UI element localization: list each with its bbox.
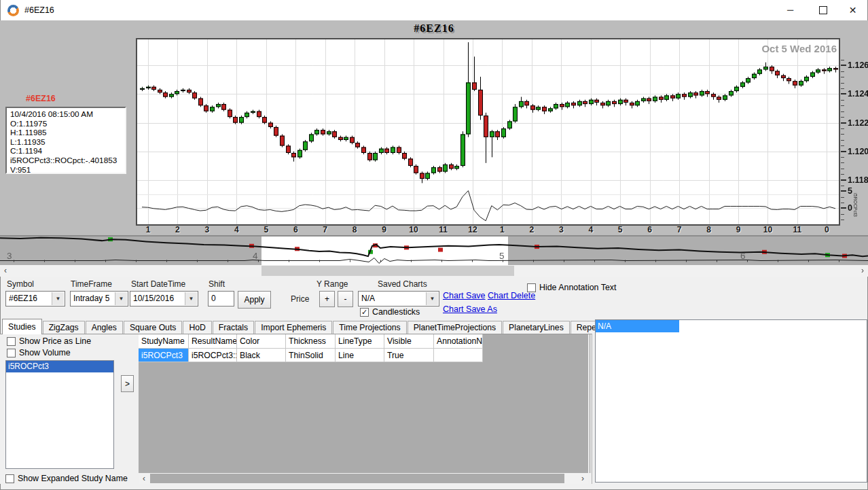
grid-header-visible[interactable]: Visible — [384, 334, 434, 349]
tab-planetarylines[interactable]: PlanetaryLines — [503, 321, 570, 334]
y-tick-label: 1.124 — [848, 88, 868, 99]
y-axis-minor-ticks — [841, 60, 844, 220]
tab-time-projections[interactable]: Time Projections — [333, 321, 406, 334]
navigator-scrollbar[interactable]: ‹ › — [0, 265, 868, 277]
tab-fractals[interactable]: Fractals — [213, 321, 254, 334]
tab-import-ephemeris[interactable]: Import Ephemeris — [255, 321, 332, 334]
chevron-down-icon[interactable]: ▼ — [115, 292, 127, 305]
symbol-value: #6EZ16 — [9, 294, 37, 303]
scroll-right-icon[interactable]: › — [857, 265, 868, 277]
grid-header-resultname[interactable]: ResultName — [189, 334, 237, 349]
x-tick-label: 11 — [791, 225, 804, 234]
x-tick-label: 3 — [554, 225, 568, 234]
x-tick-label: 10 — [407, 225, 420, 234]
grid-cell[interactable]: ThinSolid — [286, 349, 336, 362]
close-button[interactable]: ✕ — [837, 0, 868, 20]
study-listbox[interactable]: i5ROCPct3 — [5, 360, 114, 469]
shift-input[interactable]: 0 — [208, 291, 234, 307]
timeframe-label: TimeFrame — [71, 279, 112, 289]
scroll-left-icon[interactable]: ‹ — [0, 265, 11, 277]
grid-cell[interactable]: i5ROCPct3::ROCp — [189, 349, 237, 362]
minimize-button[interactable]: ─ — [775, 0, 806, 20]
y-tick-label: 1.122 — [848, 118, 868, 128]
grid-cell[interactable] — [434, 349, 483, 362]
grid-cell[interactable]: i5ROCPct3 — [139, 349, 189, 362]
candlesticks-checkbox[interactable]: ✓ Candlesticks — [360, 307, 420, 317]
navigator-canvas — [0, 235, 868, 265]
study-list-item[interactable]: i5ROCPct3 — [6, 361, 113, 372]
osc-tick-label: 0 — [848, 203, 868, 213]
navigator-scroll-thumb[interactable] — [261, 266, 514, 276]
annotation-list-item[interactable]: N/A — [596, 320, 679, 332]
maximize-button[interactable] — [808, 0, 838, 20]
grid-header-studyname[interactable]: StudyName — [139, 334, 189, 349]
chart-navigator[interactable] — [0, 235, 868, 265]
tab-square-outs[interactable]: Square Outs — [124, 321, 182, 334]
grid-header-thickness[interactable]: Thickness — [286, 334, 336, 349]
scroll-left-icon[interactable]: ‹ — [139, 473, 149, 484]
chart-save-as-link[interactable]: Chart Save As — [443, 304, 497, 314]
osc-tick-mark — [841, 190, 846, 192]
y-range-plus-button[interactable]: + — [319, 291, 335, 307]
tab-angles[interactable]: Angles — [86, 321, 123, 334]
timeframe-select[interactable]: Intraday 5 ▼ — [70, 291, 128, 307]
tab-hod[interactable]: HoD — [183, 321, 211, 334]
y-tick-label: 1.118 — [848, 175, 868, 186]
grid-cell[interactable]: Black — [237, 349, 286, 362]
maximize-icon — [819, 6, 827, 14]
show-volume-label: Show Volume — [19, 348, 71, 357]
title-bar: #6EZ16 ─ ✕ — [1, 0, 867, 20]
timeframe-value: Intraday 5 — [73, 294, 109, 303]
show-price-as-line-checkbox[interactable]: Show Price as Line — [7, 336, 91, 346]
start-datetime-label: Start DateTime — [131, 279, 185, 289]
checkbox-unchecked-icon[interactable] — [7, 337, 16, 346]
symbol-select[interactable]: #6EZ16 ▼ — [5, 291, 65, 307]
tab-zigzags[interactable]: ZigZags — [43, 321, 85, 334]
scroll-right-icon[interactable]: › — [577, 473, 588, 484]
grid-header-linetype[interactable]: LineType — [336, 334, 384, 349]
tab-studies[interactable]: Studies — [2, 319, 42, 334]
grid-data-row[interactable]: i5ROCPct3i5ROCPct3::ROCpBlackThinSolidLi… — [139, 349, 588, 362]
x-tick-label: 7 — [319, 225, 332, 234]
grid-cell[interactable]: True — [384, 349, 434, 362]
x-tick-label: 1 — [495, 225, 509, 234]
checkbox-checked-icon[interactable]: ✓ — [360, 308, 369, 317]
y-tick-mark — [841, 151, 846, 152]
chart-save-link[interactable]: Chart Save — [443, 291, 486, 300]
show-price-as-line-label: Show Price as Line — [19, 336, 91, 346]
y-range-minus-button[interactable]: - — [338, 291, 353, 307]
grid-header-color[interactable]: Color — [237, 334, 286, 349]
grid-header-annotationname[interactable]: AnnotationName — [434, 334, 483, 349]
hide-annotation-label: Hide Annotation Text — [539, 283, 616, 292]
checkbox-unchecked-icon[interactable] — [5, 474, 14, 483]
chevron-down-icon[interactable]: ▼ — [426, 292, 438, 305]
grid-scroll-thumb[interactable] — [150, 474, 564, 483]
chart-title: #6EZ16 — [0, 22, 868, 35]
osc-tick-mark — [841, 207, 846, 209]
grid-scrollbar[interactable]: ‹ › — [139, 473, 588, 484]
info-symbol-label: #6EZ16 — [26, 94, 56, 103]
start-datetime-select[interactable]: 10/15/2016 ▼ — [130, 291, 198, 307]
x-tick-label: 3 — [200, 225, 214, 234]
chevron-down-icon[interactable]: ▼ — [185, 292, 197, 305]
tab-planettimeprojections[interactable]: PlanetTimeProjections — [408, 321, 502, 334]
checkbox-unchecked-icon[interactable] — [7, 349, 16, 357]
navigator-day-label: 6 — [740, 251, 746, 261]
y-tick-mark — [841, 122, 846, 124]
grid-cell[interactable]: Line — [336, 349, 384, 362]
show-volume-checkbox[interactable]: Show Volume — [7, 348, 71, 357]
show-expanded-study-name-checkbox[interactable]: Show Expanded Study Name — [5, 474, 128, 483]
annotation-listbox[interactable]: N/A — [595, 319, 867, 483]
price-chart-plot[interactable] — [136, 38, 840, 226]
chart-date-annotation: Oct 5 Wed 2016 — [672, 43, 837, 54]
study-results-grid[interactable]: StudyNameResultNameColorThicknessLineTyp… — [139, 334, 588, 473]
saved-charts-select[interactable]: N/A ▼ — [358, 291, 439, 307]
chevron-down-icon[interactable]: ▼ — [52, 292, 64, 305]
chart-delete-link[interactable]: Chart Delete — [488, 291, 535, 300]
checkbox-unchecked-icon[interactable] — [527, 283, 536, 292]
x-tick-label: 5 — [613, 225, 627, 234]
add-study-button[interactable]: > — [121, 375, 134, 392]
hide-annotation-checkbox[interactable]: Hide Annotation Text — [527, 283, 616, 292]
saved-charts-label: Saved Charts — [378, 279, 427, 289]
apply-button[interactable]: Apply — [238, 291, 271, 309]
